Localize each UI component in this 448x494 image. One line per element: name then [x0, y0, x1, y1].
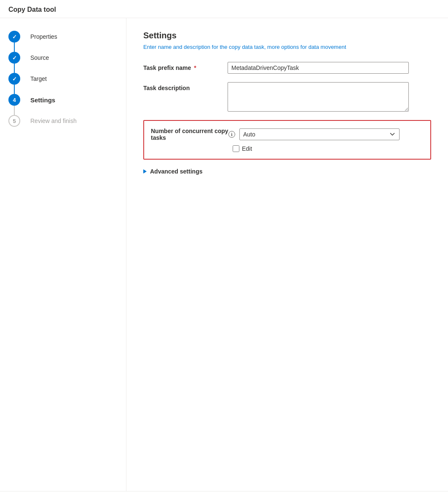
concurrent-row: Number of concurrent copy tasks ℹ Auto 1…: [151, 128, 424, 141]
step-circle-target: ✓: [8, 73, 20, 85]
page-title: Copy Data tool: [8, 6, 56, 13]
connector-source-target: [14, 64, 15, 73]
footer: ‹ Previous Next ›: [0, 491, 448, 494]
edit-label: Edit: [242, 145, 252, 152]
step-line-col-source: ✓: [8, 52, 25, 64]
step-number-settings: 4: [13, 97, 16, 103]
advanced-settings-label: Advanced settings: [150, 168, 202, 175]
info-icon[interactable]: ℹ: [228, 131, 235, 138]
settings-subtitle: Enter name and description for the copy …: [143, 44, 431, 50]
step-circle-settings: 4: [8, 94, 20, 106]
page-header: Copy Data tool: [0, 0, 448, 18]
step-wrapper-settings: 4 Settings: [8, 94, 118, 115]
task-description-label: Task description: [143, 82, 228, 91]
step-line-col-target: ✓: [8, 73, 25, 85]
step-line-col-settings: 4: [8, 94, 25, 106]
main-layout: ✓ Properties ✓ Source: [0, 18, 448, 491]
step-label-target: Target: [30, 75, 47, 82]
step-line-col-properties: ✓: [8, 31, 25, 43]
step-wrapper-target: ✓ Target: [8, 73, 118, 94]
step-wrapper-properties: ✓ Properties: [8, 31, 118, 52]
step-circle-source: ✓: [8, 52, 20, 64]
edit-checkbox[interactable]: [233, 145, 239, 152]
concurrent-dropdown[interactable]: Auto 1 2 4 8 16: [239, 128, 400, 140]
checkmark-target: ✓: [12, 76, 17, 82]
connector-settings-review: [14, 106, 15, 115]
step-line-col-review: 5: [8, 115, 25, 127]
step-label-source: Source: [30, 54, 49, 61]
step-wrapper-source: ✓ Source: [8, 52, 118, 73]
task-description-group: Task description: [143, 82, 431, 112]
step-wrapper-review: 5 Review and finish: [8, 115, 118, 127]
chevron-right-icon: [143, 169, 147, 174]
checkmark-properties: ✓: [12, 34, 17, 40]
task-prefix-label: Task prefix name *: [143, 62, 228, 71]
required-star: *: [194, 64, 196, 71]
edit-row: Edit: [233, 145, 424, 152]
checkmark-source: ✓: [12, 55, 17, 61]
task-prefix-group: Task prefix name *: [143, 62, 431, 74]
sidebar: ✓ Properties ✓ Source: [0, 18, 126, 491]
sidebar-item-source[interactable]: ✓ Source: [8, 52, 118, 64]
step-circle-review: 5: [8, 115, 20, 127]
content-area: Settings Enter name and description for …: [126, 18, 448, 491]
settings-title: Settings: [143, 31, 431, 40]
step-label-review: Review and finish: [30, 117, 77, 124]
connector-properties-source: [14, 43, 15, 52]
task-description-textarea[interactable]: [228, 82, 409, 112]
concurrent-label: Number of concurrent copy tasks: [151, 128, 228, 141]
step-label-settings: Settings: [30, 96, 55, 104]
concurrent-section: Number of concurrent copy tasks ℹ Auto 1…: [143, 120, 431, 160]
step-number-review: 5: [13, 118, 16, 124]
sidebar-item-target[interactable]: ✓ Target: [8, 73, 118, 85]
step-circle-properties: ✓: [8, 31, 20, 43]
task-prefix-input[interactable]: [228, 62, 409, 74]
sidebar-item-settings[interactable]: 4 Settings: [8, 94, 118, 106]
advanced-settings-row[interactable]: Advanced settings: [143, 168, 431, 175]
sidebar-item-properties[interactable]: ✓ Properties: [8, 31, 118, 43]
spacer: [143, 183, 431, 478]
sidebar-item-review[interactable]: 5 Review and finish: [8, 115, 118, 127]
step-label-properties: Properties: [30, 33, 57, 40]
connector-target-settings: [14, 85, 15, 94]
